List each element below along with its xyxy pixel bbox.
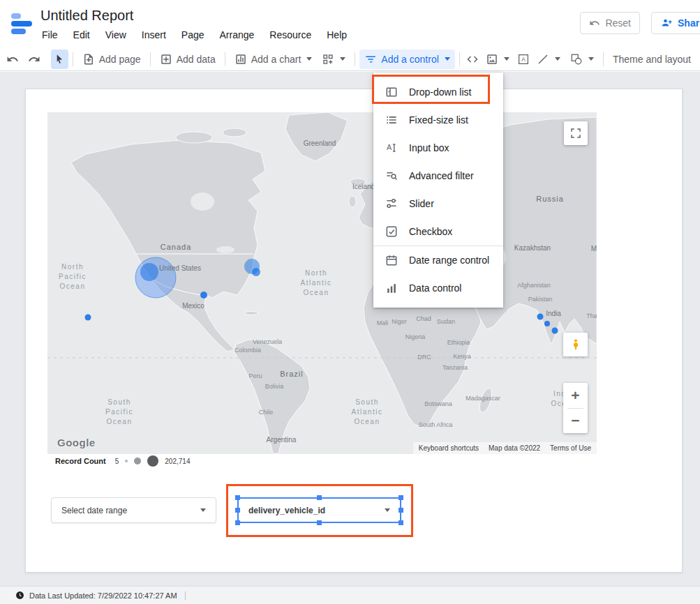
theme-and-layout-label: Theme and layout — [613, 54, 691, 65]
drop-down-list-icon — [385, 85, 399, 99]
person-add-icon — [660, 17, 673, 29]
menu-item-data-control[interactable]: Data control — [373, 274, 503, 302]
report-canvas-page[interactable]: Greenland Iceland Canada United States M… — [25, 89, 683, 573]
embed-code-button[interactable] — [464, 50, 482, 69]
menu-insert[interactable]: Insert — [134, 28, 174, 42]
add-chart-icon — [234, 53, 247, 66]
add-image-button[interactable] — [481, 50, 514, 69]
chevron-down-icon — [385, 508, 390, 512]
selection-handle-mid-right[interactable] — [399, 508, 403, 513]
last-updated-text: Data Last Updated: 7/29/2022 10:47:27 AM — [29, 591, 177, 600]
keyboard-shortcuts-link[interactable]: Keyboard shortcuts — [419, 444, 479, 452]
menu-item-drop-down-list[interactable]: Drop-down list — [373, 78, 503, 106]
terms-of-use-link[interactable]: Terms of Use — [550, 444, 591, 452]
status-bar: Data Last Updated: 7/29/2022 10:47:27 AM — [0, 586, 700, 604]
selection-handle-bottom-left[interactable] — [235, 520, 240, 525]
legend-medium-dot-icon — [134, 458, 141, 465]
add-chart-button[interactable]: Add a chart — [230, 50, 318, 69]
add-control-menu: Drop-down list Fixed-size list A Input b… — [373, 73, 503, 308]
menu-item-advanced-filter[interactable]: Advanced filter — [373, 162, 503, 190]
chevron-down-icon — [445, 57, 450, 61]
add-control-label: Add a control — [381, 54, 439, 65]
add-control-button[interactable]: Add a control — [359, 50, 455, 69]
world-map-graphic — [47, 112, 597, 454]
dropdown-filter-control-selected[interactable]: delivery_vehicle_id — [237, 497, 401, 523]
legend-min-value: 5 — [115, 458, 119, 465]
menu-item-label: Drop-down list — [409, 86, 471, 98]
menu-view[interactable]: View — [98, 28, 134, 42]
last-updated-icon — [15, 591, 24, 600]
menu-help[interactable]: Help — [319, 28, 355, 42]
geo-bubble-map[interactable]: Greenland Iceland Canada United States M… — [47, 112, 597, 454]
add-line-button[interactable] — [532, 50, 565, 69]
zoom-control: + − — [563, 383, 588, 433]
theme-and-layout-button[interactable]: Theme and layout — [608, 50, 696, 69]
add-shape-button[interactable] — [565, 50, 599, 69]
map-data-copyright: Map data ©2022 — [489, 444, 540, 452]
share-label: Shar — [678, 17, 699, 29]
chevron-down-icon — [306, 57, 312, 61]
undo-reset-icon — [589, 17, 600, 29]
menu-item-date-range-control[interactable]: Date range control — [373, 246, 503, 274]
menu-item-label: Data control — [409, 282, 461, 294]
toolbar-separator — [603, 52, 604, 66]
selection-handle-top-right[interactable] — [399, 495, 403, 500]
legend-small-dot-icon — [125, 460, 128, 462]
menu-item-input-box[interactable]: A Input box — [373, 134, 503, 162]
pegman-icon — [569, 338, 582, 351]
menu-item-slider[interactable]: Slider — [373, 190, 503, 218]
report-title[interactable]: Untitled Report — [40, 8, 133, 24]
toolbar-separator — [459, 52, 460, 66]
share-button[interactable]: Shar — [651, 12, 700, 34]
toolbar-separator — [150, 52, 151, 66]
date-range-control[interactable]: Select date range — [51, 497, 216, 523]
menu-item-checkbox[interactable]: Checkbox — [373, 218, 503, 246]
fullscreen-icon — [569, 127, 582, 139]
chevron-down-icon — [504, 57, 509, 61]
fullscreen-button[interactable] — [564, 121, 588, 145]
add-data-button[interactable]: Add data — [155, 50, 221, 69]
menu-item-label: Advanced filter — [409, 170, 474, 181]
selection-handle-top-left[interactable] — [235, 495, 240, 500]
map-attribution: Keyboard shortcuts Map data ©2022 Terms … — [413, 442, 597, 454]
menu-file[interactable]: File — [34, 28, 66, 42]
redo-button[interactable] — [26, 50, 43, 69]
date-range-icon — [385, 253, 399, 267]
image-icon — [486, 53, 498, 66]
add-data-label: Add data — [177, 54, 216, 65]
menu-edit[interactable]: Edit — [66, 28, 98, 42]
toolbar-separator — [73, 52, 73, 66]
selection-handle-top-mid[interactable] — [317, 495, 322, 500]
menu-arrange[interactable]: Arrange — [212, 28, 262, 42]
reset-button[interactable]: Reset — [580, 12, 640, 34]
reset-label: Reset — [605, 17, 631, 29]
menu-page[interactable]: Page — [174, 28, 212, 42]
app-header: Untitled Report File Edit View Insert Pa… — [0, 0, 700, 47]
select-tool-button[interactable] — [51, 50, 68, 69]
add-data-icon — [160, 53, 172, 66]
menu-item-label: Fixed-size list — [409, 114, 468, 126]
undo-button[interactable] — [4, 50, 22, 69]
zoom-out-button[interactable]: − — [563, 409, 588, 433]
menu-item-label: Date range control — [409, 255, 489, 266]
selection-handle-bottom-mid[interactable] — [317, 520, 322, 525]
zoom-in-button[interactable]: + — [563, 384, 588, 408]
google-maps-logo: Google — [57, 437, 96, 448]
community-visualizations-button[interactable] — [317, 50, 350, 69]
menubar: File Edit View Insert Page Arrange Resou… — [34, 28, 355, 42]
slider-icon — [385, 197, 399, 211]
legend-metric-label: Record Count — [55, 457, 106, 465]
toolbar-separator — [355, 52, 355, 66]
dropdown-control-label: delivery_vehicle_id — [248, 506, 325, 515]
canvas-background: Greenland Iceland Canada United States M… — [0, 72, 700, 586]
data-control-icon — [385, 281, 399, 295]
menu-item-fixed-size-list[interactable]: Fixed-size list — [373, 106, 503, 134]
pegman-street-view-button[interactable] — [563, 333, 588, 356]
menu-resource[interactable]: Resource — [262, 28, 319, 42]
chevron-down-icon — [340, 57, 345, 61]
add-text-button[interactable]: A — [514, 50, 532, 69]
selection-handle-bottom-right[interactable] — [399, 520, 403, 525]
add-page-button[interactable]: Add page — [77, 50, 146, 69]
data-studio-logo-icon[interactable] — [10, 12, 33, 34]
selection-handle-mid-left[interactable] — [235, 508, 240, 513]
